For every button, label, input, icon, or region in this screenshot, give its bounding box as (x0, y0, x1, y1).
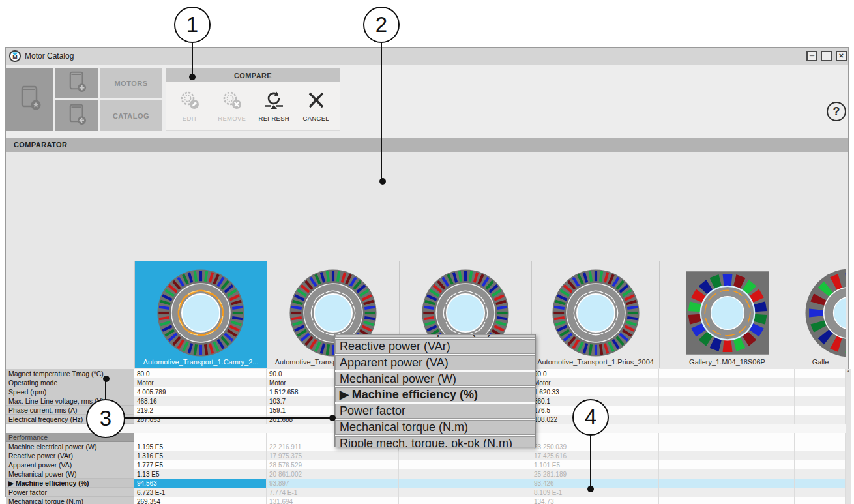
table-cell[interactable] (795, 406, 846, 415)
row-label[interactable]: Speed (rpm) (6, 387, 134, 396)
table-cell[interactable] (399, 488, 531, 497)
table-cell[interactable] (659, 497, 795, 504)
magnifier-row-2[interactable]: Apparent power (VA) (335, 355, 535, 370)
magnifier-row-4[interactable]: ▶ Machine efficiency (%) (335, 387, 535, 402)
table-cell[interactable] (795, 497, 846, 504)
add-motor-button[interactable] (55, 68, 98, 98)
table-cell[interactable] (399, 460, 531, 469)
table-cell[interactable] (795, 415, 846, 424)
table-cell[interactable] (659, 451, 795, 460)
table-cell[interactable]: 17 975.375 (267, 451, 399, 460)
scroll-up-icon[interactable]: ▲ (847, 369, 851, 373)
table-cell[interactable]: 1.101 E5 (531, 460, 659, 469)
table-cell[interactable]: Motor (531, 378, 659, 387)
table-cell[interactable] (659, 406, 795, 415)
refresh-button[interactable]: REFRESH (254, 90, 294, 122)
table-cell[interactable] (659, 488, 795, 497)
row-label[interactable]: Magnet temperature Tmag (°C) (6, 369, 134, 378)
table-cell[interactable]: 1.195 E5 (134, 442, 267, 451)
minimize-button[interactable]: ─ (806, 51, 817, 61)
table-cell[interactable] (659, 469, 795, 479)
table-cell[interactable]: 8.109 E-1 (531, 488, 659, 497)
table-cell[interactable]: 468.16 (134, 396, 267, 406)
table-cell[interactable]: 7.774 E-1 (267, 488, 399, 497)
document-star-icon (17, 84, 43, 115)
magnifier-row-6[interactable]: Mechanical torque (N.m) (335, 420, 535, 435)
callout-circle-3: 3 (86, 399, 125, 438)
motor-column-4[interactable]: Automotive_Transport_1.Prius_2004 (531, 261, 659, 368)
table-cell[interactable]: 219.2 (134, 406, 267, 415)
table-cell[interactable]: Motor (134, 378, 267, 387)
import-catalog-button[interactable] (55, 100, 98, 131)
table-cell[interactable]: 4 005.789 (134, 387, 267, 396)
vertical-scrollbar[interactable]: ▲ ▼ (846, 369, 851, 504)
row-label[interactable]: ▶ Machine efficiency (%) (6, 479, 134, 488)
table-cell[interactable]: 134.73 (531, 497, 659, 504)
table-cell[interactable]: 1.13 E5 (134, 469, 267, 479)
table-cell[interactable] (659, 369, 795, 378)
maximize-button[interactable] (821, 51, 832, 61)
table-cell[interactable] (659, 415, 795, 424)
table-cell[interactable] (399, 479, 531, 488)
row-label[interactable]: Mechanical power (W) (6, 469, 134, 479)
table-cell[interactable]: 1.316 E5 (134, 451, 267, 460)
table-cell[interactable] (659, 460, 795, 469)
table-cell[interactable] (795, 479, 846, 488)
table-cell[interactable] (659, 396, 795, 406)
table-cell[interactable] (659, 442, 795, 451)
close-button[interactable]: ✕ (836, 51, 847, 61)
cancel-button[interactable]: CANCEL (296, 90, 336, 122)
magnifier-row-5[interactable]: Power factor (335, 404, 535, 419)
table-cell[interactable]: 80.0 (134, 369, 267, 378)
table-cell[interactable] (795, 378, 846, 387)
table-cell[interactable]: 93.426 (531, 479, 659, 488)
table-cell[interactable]: 90.0 (531, 369, 659, 378)
table-cell[interactable]: 1 620.33 (531, 387, 659, 396)
motor-column-6[interactable]: Galle (795, 261, 846, 368)
row-label[interactable]: Mechanical torque (N.m) (6, 497, 134, 504)
edit-button[interactable]: EDIT (169, 90, 210, 122)
help-icon[interactable]: ? (827, 102, 846, 121)
magnifier-row-7[interactable]: Ripple mech. torque, pk-pk (N.m) (335, 436, 535, 447)
row-label[interactable]: Operating mode (6, 378, 134, 387)
table-cell[interactable] (795, 369, 846, 378)
magnifier-row-3[interactable]: Mechanical power (W) (335, 372, 535, 387)
row-label[interactable]: Apparent power (VA) (6, 460, 134, 469)
callout-dot-1 (189, 74, 196, 80)
table-cell[interactable] (795, 442, 846, 451)
tab-motors[interactable]: MOTORS (100, 68, 162, 98)
table-cell[interactable]: 20 861.002 (267, 469, 399, 479)
remove-button[interactable]: REMOVE (212, 90, 252, 122)
table-cell[interactable] (795, 469, 846, 479)
table-cell[interactable] (795, 396, 846, 406)
magnifier-row-1[interactable]: Reactive power (VAr) (335, 339, 535, 354)
table-cell[interactable] (659, 387, 795, 396)
table-cell[interactable] (659, 479, 795, 488)
row-label[interactable]: Machine electrical power (W) (6, 442, 134, 451)
table-cell[interactable]: 1.777 E5 (134, 460, 267, 469)
table-cell[interactable]: 269.354 (134, 497, 267, 504)
table-cell[interactable] (795, 387, 846, 396)
tab-catalog[interactable]: CATALOG (100, 100, 162, 131)
table-cell[interactable]: 23 250.039 (531, 442, 659, 451)
table-cell[interactable]: 93.897 (267, 479, 399, 488)
table-cell[interactable] (399, 497, 531, 504)
table-cell[interactable]: 25 281.189 (531, 469, 659, 479)
table-cell[interactable]: 6.723 E-1 (134, 488, 267, 497)
table-cell[interactable]: 17 425.616 (531, 451, 659, 460)
table-cell[interactable]: 267.053 (134, 415, 267, 424)
table-cell[interactable] (399, 451, 531, 460)
table-cell[interactable]: 131.694 (267, 497, 399, 504)
catalog-favorite-button[interactable] (6, 68, 53, 131)
table-cell[interactable]: 94.563 (134, 479, 267, 488)
table-cell[interactable] (795, 460, 846, 469)
table-cell[interactable]: 28 576.529 (267, 460, 399, 469)
row-label[interactable]: Reactive power (VAr) (6, 451, 134, 460)
table-cell[interactable] (399, 469, 531, 479)
motor-column-5[interactable]: Gallery_1.M04_18S06P (659, 261, 795, 368)
table-cell[interactable] (659, 378, 795, 387)
table-cell[interactable] (795, 488, 846, 497)
table-cell[interactable] (795, 451, 846, 460)
row-label[interactable]: Power factor (6, 488, 134, 497)
motor-column-1[interactable]: Automotive_Transport_1.Camry_2... (134, 261, 267, 368)
